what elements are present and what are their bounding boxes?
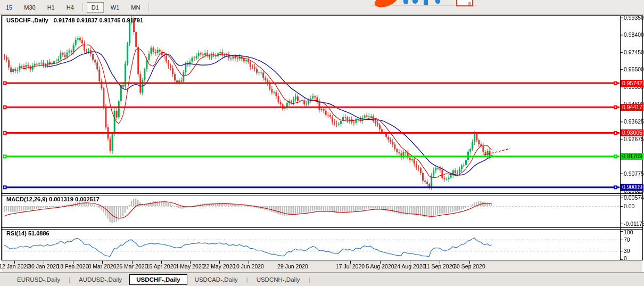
tab-separator: |: [308, 276, 310, 283]
mt4-window: 15M30H1H4D1W1MN USDCHF-,Daily0.91748 0.9…: [0, 0, 644, 286]
price-axis-tick: 0.99350: [624, 14, 644, 21]
timeframe-h1-button[interactable]: H1: [43, 2, 60, 13]
tab-usdcaddaily[interactable]: USDCAD-,Daily: [187, 275, 245, 284]
rsi-axis-tick: 70: [624, 236, 630, 243]
toolbar-separator: [148, 3, 149, 12]
tab-usdchfdaily[interactable]: USDCHF-,Daily: [129, 274, 187, 285]
chart-window: USDCHF-,Daily0.91748 0.91837 0.91745 0.9…: [0, 15, 644, 273]
macd-axis-tick: 0.00: [624, 203, 634, 209]
date-axis-label: 30 Sep 2020: [450, 263, 489, 269]
rsi-axis-tick: 30: [624, 248, 630, 254]
macd-label: MACD(12,26,9) 0.001319 0.002517: [6, 196, 100, 202]
price-level-badge: 0.90009: [621, 184, 643, 191]
macd-axis-tick: -0.011738: [624, 220, 644, 227]
timeframe-mn-button[interactable]: MN: [126, 2, 145, 13]
price-axis-tick: 0.93625: [624, 118, 644, 125]
logo-blue-glyph: [424, 0, 428, 5]
tab-separator: |: [69, 276, 70, 283]
price-axis-tick: 0.96500: [624, 66, 644, 72]
tab-usdcnhdaily[interactable]: USDCNH-,Daily: [249, 275, 308, 284]
macd-axis-tick: 0.005744: [624, 194, 644, 201]
rsi-label: RSI(14) 51.0886: [6, 230, 49, 236]
price-level-badge: 0.95742: [621, 80, 643, 87]
ohlc-values: 0.91748 0.91837 0.91745 0.91791: [54, 17, 143, 23]
timeframe-d1-button[interactable]: D1: [87, 2, 104, 13]
price-level-badge: 0.93005: [621, 129, 643, 136]
tab-separator: |: [246, 276, 248, 283]
tab-audusddaily[interactable]: AUDUSD-,Daily: [71, 275, 129, 284]
toolbar-separator: [82, 3, 83, 12]
timeframe-w1-button[interactable]: W1: [106, 2, 125, 13]
timeframe-15-button[interactable]: 15: [1, 2, 17, 13]
rsi-axis-tick: 0: [624, 255, 627, 262]
rsi-axis-tick: 100: [624, 229, 633, 235]
timeframe-h4-button[interactable]: H4: [62, 2, 79, 13]
tab-eurusddaily[interactable]: EURUSD-,Daily: [10, 275, 68, 284]
price-level-badge: 0.91709: [621, 153, 643, 160]
date-axis-label: 29 Jun 2020: [273, 263, 312, 269]
price-axis-tick: 0.92675: [624, 136, 644, 142]
chart-title: USDCHF-,Daily0.91748 0.91837 0.91745 0.9…: [6, 17, 143, 23]
date-axis-label: 10 Jun 2020: [229, 263, 268, 269]
price-level-badge: 0.94417: [621, 104, 643, 111]
price-axis-tick: 0.97450: [624, 49, 644, 55]
timeframe-m30-button[interactable]: M30: [19, 2, 40, 13]
symbol-title: USDCHF-,Daily: [6, 17, 48, 23]
price-axis-tick: 0.98400: [624, 31, 644, 38]
logo-red-box: [456, 0, 473, 6]
chart-tab-bar: EURUSD-,Daily|AUDUSD-,DailyUSDCHF-,Daily…: [0, 273, 644, 286]
timeframe-toolbar: 15M30H1H4D1W1MN: [0, 0, 644, 15]
price-chart-canvas[interactable]: [0, 15, 644, 273]
price-axis-tick: 0.90775: [624, 170, 644, 177]
